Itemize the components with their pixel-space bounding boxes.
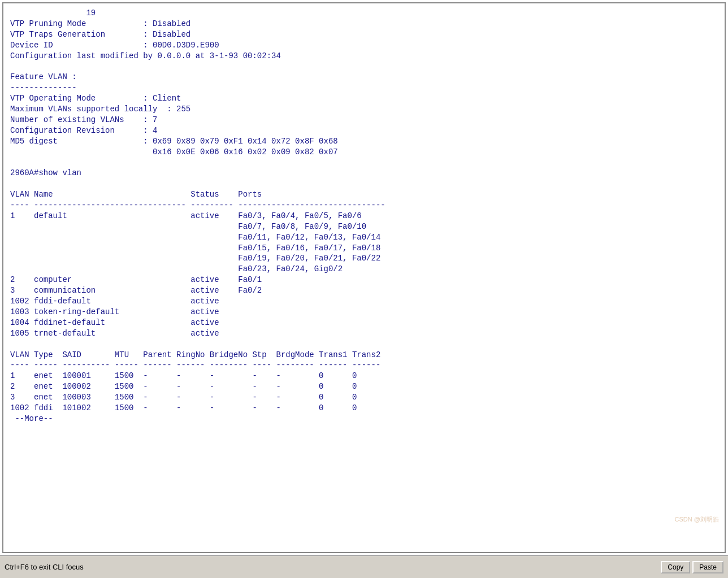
main-container: 19 VTP Pruning Mode : Disabled VTP Traps…	[0, 0, 728, 578]
terminal-content: 19 VTP Pruning Mode : Disabled VTP Traps…	[3, 3, 725, 529]
copy-button[interactable]: Copy	[661, 561, 690, 573]
bottom-bar-buttons: Copy Paste	[661, 561, 723, 573]
terminal-area[interactable]: 19 VTP Pruning Mode : Disabled VTP Traps…	[2, 2, 726, 553]
line-1: 19 VTP Pruning Mode : Disabled VTP Traps…	[10, 8, 385, 423]
bottom-bar: Ctrl+F6 to exit CLI focus Copy Paste	[0, 555, 728, 578]
paste-button[interactable]: Paste	[692, 561, 723, 573]
cli-hint-text: Ctrl+F6 to exit CLI focus	[5, 563, 84, 571]
